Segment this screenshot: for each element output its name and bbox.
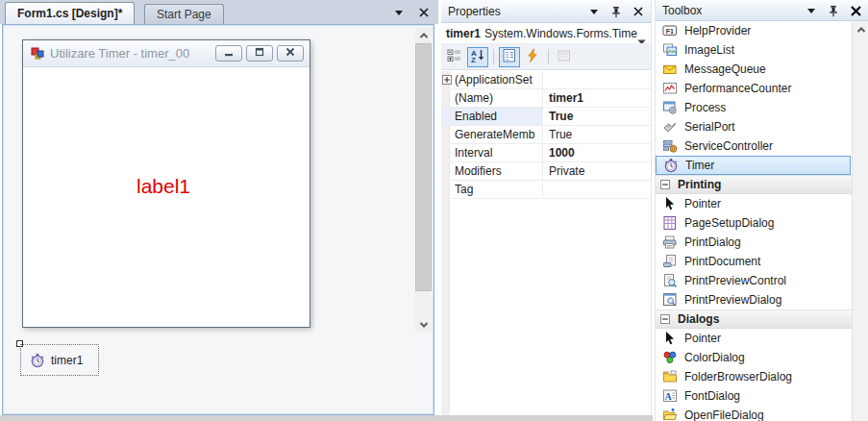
scroll-up-icon[interactable] (415, 27, 432, 43)
help-provider-icon: F1 (662, 23, 678, 38)
toolbox-item-imagelist[interactable]: ImageList (656, 40, 852, 60)
property-row--name-[interactable]: (Name)timer1 (441, 89, 651, 108)
properties-header[interactable]: Properties (441, 0, 651, 23)
property-name[interactable]: Interval (450, 144, 543, 161)
close-icon[interactable] (849, 4, 862, 17)
chevron-down-icon[interactable] (805, 4, 818, 17)
tab-form1-design[interactable]: Form1.cs [Design]* (5, 2, 135, 24)
toolbox-item-helpprovider[interactable]: F1HelpProvider (656, 21, 852, 40)
svg-text:A: A (664, 391, 672, 402)
print-preview-control-icon (662, 273, 678, 288)
property-name[interactable]: Modifiers (450, 162, 543, 180)
toolbox-item-fontdialog[interactable]: AFontDialog (656, 386, 852, 406)
toolbox-item-pointer[interactable]: Pointer (656, 194, 852, 213)
document-tabstrip: Form1.cs [Design]* Start Page (0, 0, 438, 24)
property-value[interactable]: True (543, 108, 651, 125)
close-button[interactable] (277, 45, 304, 62)
maximize-button[interactable] (246, 45, 273, 62)
toolbox-item-printdocument[interactable]: PrintDocument (656, 252, 852, 271)
toolbox-item-label: Process (684, 101, 726, 114)
pin-icon[interactable] (609, 5, 623, 18)
toolbox-scrollbar[interactable] (852, 21, 868, 421)
properties-list-button[interactable] (499, 47, 520, 67)
property-value[interactable] (543, 71, 651, 88)
toolbox-item-pointer[interactable]: Pointer (656, 329, 852, 348)
chevron-down-icon[interactable] (392, 6, 406, 19)
property-row-enabled[interactable]: EnabledTrue (441, 108, 651, 126)
serial-port-icon (662, 119, 678, 135)
timer-icon (663, 158, 679, 173)
scroll-down-icon[interactable] (415, 316, 432, 333)
designed-form-window[interactable]: Utilizare Timer - timer_00 label1 (22, 39, 310, 328)
property-value[interactable]: 1000 (543, 144, 651, 161)
toolbox-item-label: PerformanceCounter (684, 82, 791, 95)
toolbox-item-label: SerialPort (684, 120, 735, 134)
property-name[interactable]: (Name) (450, 89, 543, 107)
toolbox-item-process[interactable]: Process (656, 98, 852, 117)
events-button[interactable] (522, 47, 543, 67)
designer-scrollbar-thumb[interactable] (415, 43, 432, 291)
toolbox-item-servicecontroller[interactable]: ServiceController (656, 136, 852, 156)
property-row--applicationset[interactable]: (ApplicationSet (441, 71, 651, 89)
toolbox-item-printpreviewcontrol[interactable]: PrintPreviewControl (656, 271, 852, 290)
toolbox-item-timer[interactable]: Timer (656, 156, 851, 175)
property-name[interactable]: Enabled (450, 108, 543, 125)
close-icon[interactable] (632, 5, 645, 18)
property-value[interactable]: True (543, 126, 651, 143)
object-selector-combo[interactable]: timer1System.Windows.Forms.Time (441, 23, 651, 44)
chevron-down-icon[interactable] (587, 5, 601, 18)
property-name[interactable]: (ApplicationSet (450, 71, 543, 88)
designer-scrollbar[interactable] (415, 27, 432, 333)
toolbox-item-label: PageSetupDialog (684, 216, 774, 230)
property-value[interactable]: Private (543, 162, 651, 180)
toolbox-title: Toolbox (662, 4, 702, 17)
toolbox-section-printing[interactable]: Printing (656, 175, 852, 194)
tray-component-timer1[interactable]: timer1 (20, 344, 99, 376)
close-icon[interactable] (417, 6, 431, 19)
scroll-up-icon[interactable] (853, 21, 868, 37)
designed-form-titlebar[interactable]: Utilizare Timer - timer_00 (23, 40, 310, 67)
collapse-icon[interactable] (660, 180, 670, 189)
toolbox-item-printpreviewdialog[interactable]: PrintPreviewDialog (656, 290, 852, 310)
toolbox-item-serialport[interactable]: SerialPort (656, 117, 852, 136)
toolbox-item-performancecounter[interactable]: PerformanceCounter (656, 79, 852, 98)
properties-toolbar: AZ (441, 44, 651, 70)
property-row-modifiers[interactable]: ModifiersPrivate (441, 162, 651, 181)
form-designer-surface[interactable]: Utilizare Timer - timer_00 label1 timer1 (2, 24, 434, 415)
property-value[interactable]: timer1 (543, 89, 651, 107)
tray-component-label: timer1 (51, 354, 83, 367)
toolbox-item-label: PrintPreviewDialog (684, 293, 781, 307)
property-row-interval[interactable]: Interval1000 (441, 144, 651, 162)
categorized-button[interactable] (444, 47, 465, 67)
pin-icon[interactable] (827, 4, 840, 17)
combo-dropdown-icon[interactable] (637, 31, 646, 44)
toolbox-item-colordialog[interactable]: ColorDialog (656, 348, 852, 367)
toolbox-item-printdialog[interactable]: PrintDialog (656, 233, 852, 252)
tab-start-page[interactable]: Start Page (144, 4, 224, 24)
toolbox-item-folderbrowserdialog[interactable]: FolderBrowserDialog (656, 367, 852, 386)
toolbox-section-dialogs[interactable]: Dialogs (656, 310, 852, 329)
property-row-generatememb[interactable]: GenerateMembTrue (441, 126, 651, 144)
alphabetical-button[interactable]: AZ (467, 47, 488, 67)
collapse-icon[interactable] (660, 314, 670, 324)
toolbox-item-openfiledialog[interactable]: OpenFileDialog (656, 406, 852, 421)
expand-icon[interactable] (442, 75, 452, 85)
message-queue-icon (662, 62, 678, 77)
service-controller-icon (662, 138, 678, 154)
property-name[interactable]: GenerateMemb (450, 126, 543, 143)
toolbox-item-label: PrintPreviewControl (684, 274, 786, 287)
property-name[interactable]: Tag (450, 181, 543, 198)
minimize-button[interactable] (215, 45, 242, 62)
form-label1[interactable]: label1 (136, 175, 190, 198)
property-value[interactable] (543, 181, 651, 198)
section-label: Dialogs (678, 312, 719, 326)
toolbox-item-messagequeue[interactable]: MessageQueue (656, 60, 852, 79)
toolbox-header[interactable]: Toolbox (656, 0, 868, 21)
toolbox-item-label: Timer (685, 159, 714, 172)
designed-form-body[interactable]: label1 (23, 67, 310, 327)
toolbox-item-pagesetupdialog[interactable]: PageSetupDialog (656, 213, 852, 233)
property-row-tag[interactable]: Tag (441, 181, 651, 199)
minimize-icon (222, 45, 236, 62)
pointer-icon (662, 196, 678, 211)
properties-grid: (ApplicationSet(Name)timer1EnabledTrueGe… (441, 71, 651, 415)
